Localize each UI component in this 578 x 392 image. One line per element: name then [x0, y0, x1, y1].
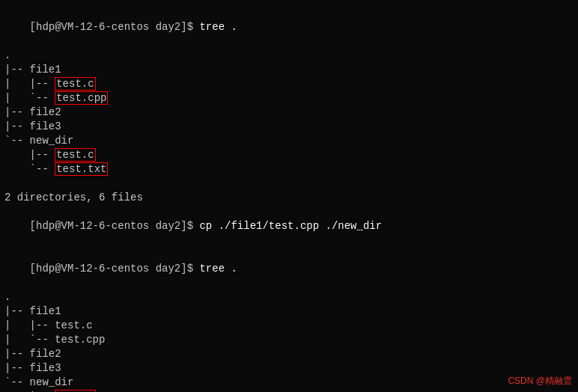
command-text: tree . — [199, 21, 237, 33]
highlight-file: test.c — [55, 148, 95, 162]
output-line: |-- test.c — [4, 148, 574, 162]
output-line: | `-- test.cpp — [4, 333, 574, 347]
output-line: |-- file2 — [4, 105, 574, 120]
output-line: |-- file3 — [4, 120, 574, 134]
output-line: [hdp@VM-12-6-centos day2]$ tree . — [4, 248, 574, 290]
output-line: [hdp@VM-12-6-centos day2]$ cp ./file1/te… — [4, 205, 574, 248]
prompt-text: [hdp@VM-12-6-centos day2]$ — [30, 220, 200, 232]
prompt-text: [hdp@VM-12-6-centos day2]$ — [30, 21, 200, 33]
output-line: `-- new_dir — [4, 376, 574, 390]
output-line: |-- file1 — [4, 304, 574, 319]
output-line: . — [4, 49, 574, 63]
output-line: `-- new_dir — [4, 134, 574, 148]
watermark-user: @精融雲 — [536, 376, 572, 386]
prompt-text: [hdp@VM-12-6-centos day2]$ — [30, 263, 200, 275]
highlight-file: test.txt — [55, 162, 108, 176]
highlight-file: test.cpp — [55, 91, 108, 105]
output-line: `-- test.txt — [4, 162, 574, 177]
highlight-file: test.c — [55, 77, 95, 91]
watermark-brand: CSDN — [508, 376, 533, 386]
output-line: |-- file2 — [4, 347, 574, 361]
terminal: [hdp@VM-12-6-centos day2]$ tree . . |-- … — [0, 0, 578, 392]
output-line: 2 directories, 6 files — [4, 191, 574, 205]
output-line: . — [4, 290, 574, 304]
output-line: |-- file1 — [4, 63, 574, 77]
command-text: tree . — [199, 263, 237, 275]
output-line: | |-- test.c — [4, 319, 574, 333]
output-line: | |-- test.c — [4, 77, 574, 91]
command-text: cp ./file1/test.cpp ./new_dir — [199, 220, 382, 232]
watermark: CSDN @精融雲 — [508, 375, 572, 388]
output-line: |-- file3 — [4, 361, 574, 376]
output-line: | `-- test.cpp — [4, 91, 574, 105]
output-line — [4, 177, 574, 191]
output-line: [hdp@VM-12-6-centos day2]$ tree . — [4, 6, 574, 49]
